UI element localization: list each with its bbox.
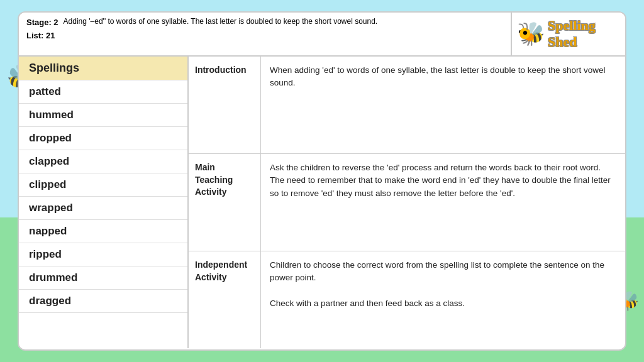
spellings-header: Spellings: [19, 57, 187, 80]
logo-area: 🐝 Spelling Shed: [512, 13, 625, 55]
header: Stage: 2 Adding '–ed'' to words of one s…: [19, 13, 625, 57]
stage-label: Stage: 2: [26, 16, 58, 27]
list-item: patted: [19, 80, 187, 104]
list-item: clapped: [19, 150, 187, 173]
content-row-introduction: Introduction When adding 'ed' to words o…: [189, 57, 625, 154]
stage-description: Adding '–ed'' to words of one syllable. …: [64, 16, 503, 27]
list-label: List: 21: [26, 31, 503, 40]
header-info: Stage: 2 Adding '–ed'' to words of one s…: [19, 13, 512, 55]
logo-text: Spelling Shed: [548, 18, 620, 50]
independent-activity-label: Independent Activity: [189, 251, 261, 348]
list-item: wrapped: [19, 197, 187, 220]
logo-container: 🐝 Spelling Shed: [517, 18, 620, 50]
content-row-main: Main Teaching Activity Ask the children …: [189, 154, 625, 251]
independent-activity-text: Children to choose the correct word from…: [261, 251, 625, 348]
list-item: dragged: [19, 290, 187, 313]
list-item: dropped: [19, 127, 187, 150]
list-item: clipped: [19, 173, 187, 197]
main-activity-label: Main Teaching Activity: [189, 154, 261, 251]
introduction-label: Introduction: [189, 57, 261, 153]
spelling-list: Spellings patted hummed dropped clapped …: [19, 57, 189, 348]
content-row-independent: Independent Activity Children to choose …: [189, 251, 625, 348]
list-item: hummed: [19, 104, 187, 127]
list-item: napped: [19, 220, 187, 243]
list-item: drummed: [19, 266, 187, 290]
stage-row: Stage: 2 Adding '–ed'' to words of one s…: [26, 16, 503, 27]
main-card: Stage: 2 Adding '–ed'' to words of one s…: [18, 11, 626, 351]
list-item: ripped: [19, 243, 187, 266]
content-table: Introduction When adding 'ed' to words o…: [189, 57, 625, 348]
body-layout: Spellings patted hummed dropped clapped …: [19, 57, 625, 348]
independent-line1: Children to choose the correct word from…: [270, 260, 604, 282]
introduction-text: When adding 'ed' to words of one syllabl…: [261, 57, 625, 153]
independent-line2: Check with a partner and then feed back …: [270, 299, 465, 308]
main-activity-text: Ask the children to reverse the 'ed' pro…: [261, 154, 625, 251]
bee-icon: 🐝: [517, 21, 545, 47]
